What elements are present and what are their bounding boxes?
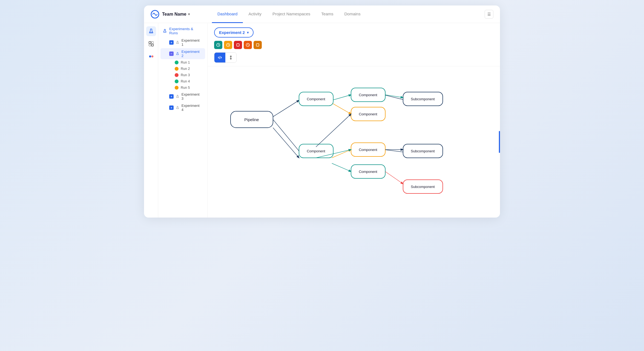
run-3-dot-icon [175, 73, 179, 77]
run-badge-4-icon [246, 43, 250, 47]
nav-tabs: Dashboard Activity Project Namespaces Te… [212, 5, 478, 23]
flask-icon [148, 28, 154, 34]
run-badge-5-icon [255, 43, 260, 47]
experiment-4-label: Experiment 4 [182, 104, 201, 112]
run-4-dot-icon [175, 79, 179, 83]
sidebar-item-experiment-4[interactable]: + Experiment 4 [160, 102, 205, 113]
experiment-dropdown[interactable]: Experiment 2 ▾ [214, 27, 254, 38]
app-container: Team Name ▾ Dashboard Activity Project N… [144, 5, 500, 218]
component-node-6-label: Component [359, 170, 377, 174]
box-icon [148, 41, 154, 47]
run-item-1[interactable]: Run 1 [160, 59, 205, 65]
run-badge-2[interactable] [224, 41, 232, 49]
run-badge-5[interactable] [254, 41, 262, 49]
sidebar-icon-dots[interactable] [146, 52, 156, 61]
component-node-5-label: Component [359, 148, 377, 152]
circles-icon [148, 53, 154, 59]
experiment-dropdown-chevron-icon: ▾ [247, 31, 249, 35]
tab-activity[interactable]: Activity [243, 5, 267, 23]
pipeline-diagram: Pipeline Component Component Component C… [214, 73, 461, 210]
experiment-1-label: Experiment 1 [182, 38, 201, 47]
sidebar-icon-models[interactable] [146, 39, 156, 49]
subcomponent-node-1-label: Subcomponent [411, 97, 435, 101]
sidebar-layout: Experiments & Runs + Experiment 1 − [144, 23, 208, 218]
experiment-3-flask-icon [176, 95, 179, 98]
experiment-1-flask-icon [176, 41, 179, 44]
run-1-dot-icon [175, 61, 179, 64]
tab-domains[interactable]: Domains [339, 5, 366, 23]
svg-rect-2 [151, 42, 153, 44]
expand-experiment-4-icon: + [169, 105, 174, 110]
expand-experiment-1-icon: + [169, 40, 174, 45]
sidebar-icon-experiments[interactable] [146, 26, 156, 36]
svg-rect-1 [149, 42, 151, 44]
view-controls [214, 52, 237, 63]
header: Team Name ▾ Dashboard Activity Project N… [144, 5, 500, 23]
logo-area: Team Name ▾ [151, 10, 205, 19]
component-node-2-label: Component [307, 149, 325, 153]
run-badge-1-icon [216, 43, 220, 47]
run-badge-4[interactable] [244, 41, 252, 49]
svg-rect-11 [256, 44, 259, 46]
run-item-2[interactable]: Run 2 [160, 66, 205, 72]
subcomponent-node-3-label: Subcomponent [411, 185, 435, 189]
experiment-2-flask-icon [176, 52, 179, 56]
sidebar-item-experiment-3[interactable]: + Experiment 3 [160, 91, 205, 102]
pipeline-node-label: Pipeline [244, 117, 259, 122]
run-3-label: Run 3 [181, 73, 190, 77]
experiment-selector: Experiment 2 ▾ [214, 27, 493, 38]
tab-teams[interactable]: Teams [316, 5, 339, 23]
scroll-accent [499, 131, 500, 153]
sidebar-item-experiment-1[interactable]: + Experiment 1 [160, 37, 205, 48]
header-menu-button[interactable]: ☰ [485, 10, 493, 19]
run-5-dot-icon [175, 86, 179, 90]
svg-rect-9 [237, 44, 239, 46]
svg-point-5 [149, 55, 151, 57]
view-horizontal-button[interactable] [214, 53, 225, 62]
run-item-3[interactable]: Run 3 [160, 72, 205, 78]
team-name-chevron-icon: ▾ [188, 12, 190, 16]
experiment-2-label: Experiment 2 [182, 50, 201, 58]
component-node-4-label: Component [359, 112, 377, 116]
header-actions: ☰ [485, 10, 493, 19]
pipeline-area: Pipeline Component Component Component C… [208, 66, 500, 218]
run-2-dot-icon [175, 67, 179, 71]
tab-dashboard[interactable]: Dashboard [212, 5, 243, 23]
svg-rect-4 [151, 44, 153, 46]
run-icons-row [214, 41, 493, 49]
experiment-dropdown-label: Experiment 2 [219, 30, 245, 35]
experiment-3-label: Experiment 3 [182, 92, 201, 101]
sidebar-section-experiments[interactable]: Experiments & Runs [158, 25, 207, 37]
expand-experiment-2-icon: − [169, 52, 174, 56]
run-4-label: Run 4 [181, 79, 190, 83]
menu-icon: ☰ [487, 12, 491, 16]
team-name-label: Team Name [162, 12, 186, 17]
run-badge-1[interactable] [214, 41, 222, 49]
svg-rect-3 [149, 44, 151, 46]
experiments-section-label: Experiments & Runs [169, 27, 203, 35]
sidebar-item-experiment-2[interactable]: − Experiment 2 [160, 48, 205, 59]
component-node-3-label: Component [359, 93, 377, 97]
experiments-section-icon [163, 29, 167, 33]
subcomponent-node-2-label: Subcomponent [411, 149, 435, 153]
experiment-4-flask-icon [176, 106, 179, 110]
team-name-button[interactable]: Team Name ▾ [162, 12, 190, 17]
view-vertical-button[interactable] [225, 53, 236, 62]
run-1-label: Run 1 [181, 61, 190, 64]
expand-experiment-3-icon: + [169, 94, 174, 99]
run-item-4[interactable]: Run 4 [160, 78, 205, 84]
main-content: Experiment 2 ▾ [208, 23, 500, 218]
content-header: Experiment 2 ▾ [208, 23, 500, 66]
run-2-label: Run 2 [181, 67, 190, 71]
run-item-5[interactable]: Run 5 [160, 85, 205, 91]
run-badge-3[interactable] [234, 41, 242, 49]
horizontal-layout-icon [217, 55, 222, 60]
component-node-1-label: Component [307, 97, 325, 101]
run-badge-2-icon [226, 43, 230, 47]
vertical-layout-icon [228, 55, 233, 60]
tab-project-namespaces[interactable]: Project Namespaces [267, 5, 316, 23]
svg-point-6 [151, 55, 153, 57]
logo-icon [151, 10, 159, 19]
body: Experiments & Runs + Experiment 1 − [144, 23, 500, 218]
run-badge-3-icon [236, 43, 240, 47]
